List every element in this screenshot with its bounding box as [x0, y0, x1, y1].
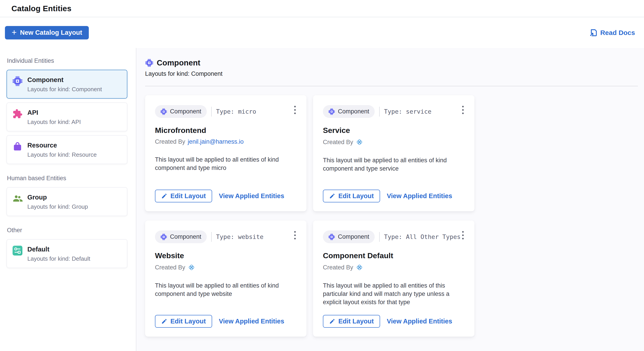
section-label-other: Other [7, 227, 127, 234]
created-by-label: Created By [155, 138, 185, 145]
card-menu-button[interactable] [458, 228, 468, 242]
layout-description: This layout will be applied to all entit… [323, 282, 464, 306]
layout-title: Service [323, 126, 464, 135]
layout-cards-grid: Component Type: micro Microfrontend Crea… [145, 95, 638, 337]
kind-badge-label: Component [338, 108, 369, 115]
edit-layout-button[interactable]: Edit Layout [155, 315, 212, 328]
entity-kind-sidebar: Individual Entities Component Layouts fo… [0, 48, 136, 351]
people-icon [12, 193, 23, 204]
component-chip-icon [160, 234, 167, 240]
card-menu-button[interactable] [290, 103, 300, 117]
layout-description: This layout will be applied to all entit… [323, 156, 464, 173]
layout-title: Component Default [323, 251, 464, 260]
pencil-icon [161, 318, 167, 324]
edit-layout-button[interactable]: Edit Layout [155, 190, 212, 202]
read-docs-link[interactable]: Read Docs [589, 29, 635, 37]
created-by-label: Created By [323, 264, 353, 271]
created-by-label: Created By [155, 264, 185, 271]
layout-title: Website [155, 251, 297, 260]
type-label: Type: micro [216, 108, 256, 115]
layout-card-component-default: Component Type: All Other Types Componen… [313, 221, 474, 337]
type-label: Type: website [216, 233, 264, 240]
toolbar: + New Catalog Layout Read Docs [0, 17, 644, 48]
view-applied-entities-link[interactable]: View Applied Entities [387, 318, 452, 325]
layout-title: Microfrontend [155, 126, 297, 135]
page-header: Catalog Entities [0, 0, 644, 17]
created-by-label: Created By [323, 139, 353, 146]
kind-badge: Component [323, 105, 375, 118]
component-chip-icon [160, 108, 167, 115]
layout-card-microfrontend: Component Type: micro Microfrontend Crea… [145, 95, 306, 211]
pencil-icon [161, 193, 167, 199]
edit-layout-button[interactable]: Edit Layout [323, 315, 380, 328]
plus-icon: + [12, 28, 16, 36]
divider [211, 232, 212, 242]
edit-layout-button[interactable]: Edit Layout [323, 190, 380, 202]
layout-description: This layout will be applied to all entit… [155, 282, 297, 298]
sidebar-item-resource[interactable]: Resource Layouts for kind: Resource [6, 135, 127, 164]
new-catalog-layout-button[interactable]: + New Catalog Layout [5, 26, 89, 39]
kind-badge-label: Component [170, 108, 201, 115]
puzzle-icon [12, 109, 23, 119]
sidebar-item-group[interactable]: Group Layouts for kind: Group [6, 187, 127, 216]
sidebar-item-title: Default [27, 246, 90, 253]
read-docs-icon [589, 29, 597, 37]
layout-description: This layout will be applied to all entit… [155, 156, 297, 172]
page-title: Catalog Entities [12, 4, 72, 13]
kind-badge: Component [323, 230, 375, 243]
section-label-individual-entities: Individual Entities [7, 57, 127, 64]
divider [379, 232, 380, 242]
sidebar-item-api[interactable]: API Layouts for kind: API [6, 102, 127, 131]
harness-logo-icon [188, 264, 195, 271]
harness-logo-icon [356, 264, 363, 271]
layout-card-service: Component Type: service Service Created … [313, 95, 474, 211]
pencil-icon [329, 193, 335, 199]
component-chip-icon [328, 234, 335, 240]
read-docs-label: Read Docs [600, 29, 635, 36]
view-applied-entities-link[interactable]: View Applied Entities [219, 318, 284, 325]
layout-card-website: Component Type: website Website Created … [145, 221, 306, 337]
sidebar-item-subtitle: Layouts for kind: Resource [27, 151, 97, 158]
sidebar-item-subtitle: Layouts for kind: Component [27, 86, 102, 93]
bag-icon [12, 141, 23, 152]
section-label-human-based-entities: Human based Entities [7, 175, 127, 182]
component-chip-icon [145, 59, 154, 67]
kind-heading: Component [157, 58, 200, 67]
sidebar-item-title: Group [27, 194, 88, 201]
type-label: Type: service [384, 108, 432, 115]
harness-logo-icon [356, 138, 363, 146]
view-applied-entities-link[interactable]: View Applied Entities [219, 192, 284, 200]
workflow-icon [12, 245, 23, 256]
created-by-user-link[interactable]: jenil.jain@harness.io [188, 138, 244, 145]
sidebar-item-title: API [27, 109, 81, 116]
kind-badge-label: Component [338, 233, 369, 240]
divider [145, 86, 638, 86]
type-label: Type: All Other Types [384, 233, 460, 240]
sidebar-item-title: Resource [27, 142, 97, 149]
card-menu-button[interactable] [458, 103, 468, 117]
sidebar-item-component[interactable]: Component Layouts for kind: Component [6, 70, 127, 99]
sidebar-item-subtitle: Layouts for kind: Default [27, 255, 90, 262]
kind-subheading: Layouts for kind: Component [145, 70, 638, 77]
kind-badge: Component [155, 230, 207, 243]
component-chip-icon [328, 108, 335, 115]
layouts-panel: Component Layouts for kind: Component Co… [136, 48, 644, 351]
sidebar-item-default[interactable]: Default Layouts for kind: Default [6, 239, 127, 268]
pencil-icon [329, 318, 335, 324]
sidebar-item-subtitle: Layouts for kind: API [27, 119, 81, 125]
kind-badge-label: Component [170, 233, 201, 240]
view-applied-entities-link[interactable]: View Applied Entities [387, 192, 452, 200]
sidebar-item-title: Component [27, 76, 102, 84]
component-chip-icon [12, 76, 23, 86]
kind-badge: Component [155, 105, 207, 118]
content-area: Individual Entities Component Layouts fo… [0, 48, 644, 351]
divider [211, 107, 212, 117]
new-catalog-layout-label: New Catalog Layout [20, 29, 82, 36]
divider [379, 107, 380, 117]
sidebar-item-subtitle: Layouts for kind: Group [27, 203, 88, 210]
card-menu-button[interactable] [290, 228, 300, 242]
